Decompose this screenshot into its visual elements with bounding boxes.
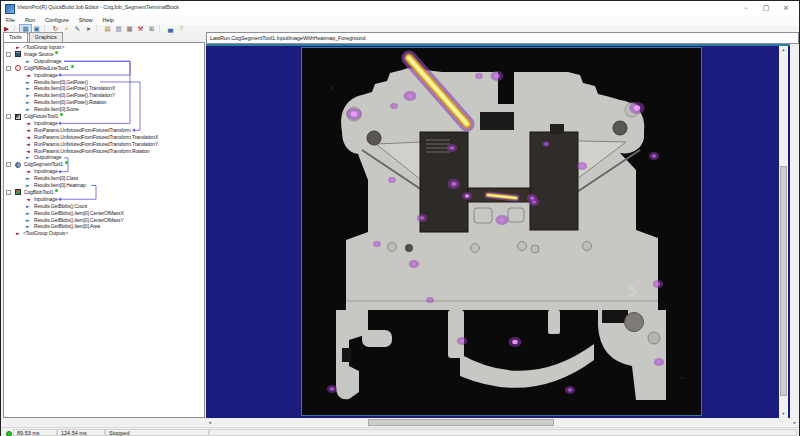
part-marking: 5: [628, 283, 636, 299]
image-source-icon: [15, 51, 21, 57]
expander-icon[interactable]: -: [6, 162, 11, 167]
window-title: VisionPro(R) QuickBuild Job Editor - Cog…: [17, 4, 179, 10]
expander-icon[interactable]: -: [6, 190, 11, 195]
pointer-icon[interactable]: ➤: [83, 25, 94, 33]
menu-help[interactable]: Help: [98, 17, 119, 23]
app-icon: [5, 4, 15, 14]
viewer-hscrollbar[interactable]: ◂ ▸: [206, 418, 799, 427]
close-button[interactable]: ×: [777, 2, 795, 14]
tool-window-icon[interactable]: ▦: [124, 25, 135, 33]
menu-show[interactable]: Show: [74, 17, 98, 23]
record-selector-combobox[interactable]: LastRun.CogSegmentTool1.InputImageWithHe…: [206, 32, 799, 44]
hscroll-right-icon[interactable]: ▸: [791, 418, 799, 427]
tool-status-dot-icon: [55, 51, 58, 54]
left-panel-tabs: ToolsGraphics: [3, 32, 64, 42]
help-icon[interactable]: ?: [176, 25, 187, 33]
table-icon[interactable]: ⊞: [146, 25, 157, 33]
title-bar[interactable]: VisionPro(R) QuickBuild Job Editor - Cog…: [1, 1, 799, 16]
inspection-image[interactable]: 5: [301, 47, 702, 416]
pmalign-icon: [15, 65, 21, 71]
fixture-icon: [15, 114, 21, 120]
job-tools-icon[interactable]: ⚒: [135, 25, 146, 33]
status-run-time: 89.53 ms: [13, 429, 57, 436]
minimize-button[interactable]: –: [737, 2, 755, 14]
tool-status-dot-icon: [71, 65, 74, 68]
tool-tree-panel[interactable]: ►<ToolGroup Inputs>-Image Source►OutputI…: [3, 42, 205, 418]
status-empty-panel: [209, 429, 797, 436]
hscroll-left-icon[interactable]: ◂: [206, 418, 214, 427]
expander-icon[interactable]: -: [6, 66, 11, 71]
tool-status-dot-icon: [55, 189, 58, 192]
brush-icon[interactable]: ✎: [72, 25, 83, 33]
tab-tools[interactable]: Tools: [3, 32, 28, 42]
status-total-time: 124.54 ms: [57, 429, 105, 436]
vscroll-down-icon[interactable]: ▾: [779, 410, 788, 418]
menu-run[interactable]: Run: [20, 17, 40, 23]
blob-icon: [15, 189, 21, 195]
segment-icon: [15, 162, 21, 168]
menu-configure[interactable]: Configure: [40, 17, 74, 23]
expander-icon[interactable]: -: [6, 114, 11, 119]
vscroll-thumb[interactable]: [780, 166, 787, 396]
image-display-viewport[interactable]: 5 ▴ ▾: [206, 44, 790, 418]
vscroll-up-icon[interactable]: ▴: [779, 46, 788, 54]
tool-status-dot-icon: [60, 113, 63, 116]
viewer-vscrollbar[interactable]: ▴ ▾: [779, 46, 788, 418]
status-bar: 89.53 ms 124.54 ms Stopped: [1, 427, 799, 436]
status-state: Stopped: [105, 429, 209, 436]
tree-row-toolgroup-outputs[interactable]: ►<ToolGroup Outputs>: [4, 230, 205, 237]
tool-status-dot-icon: [65, 161, 68, 164]
hscroll-thumb[interactable]: [368, 419, 554, 426]
maximize-button[interactable]: ▢: [757, 2, 775, 14]
tree-label: <ToolGroup Outputs>: [23, 230, 68, 237]
expander-icon[interactable]: -: [6, 52, 11, 57]
menu-file[interactable]: File: [1, 17, 20, 23]
status-green-dot-icon: [6, 431, 12, 436]
show-grid-icon[interactable]: ▥: [113, 25, 124, 33]
stats-icon[interactable]: ▄: [165, 25, 176, 33]
new-window-icon[interactable]: ▤: [102, 25, 113, 33]
app-window: VisionPro(R) QuickBuild Job Editor - Cog…: [0, 0, 800, 436]
tab-graphics[interactable]: Graphics: [29, 32, 63, 42]
group-arrow-icon: ►: [16, 230, 20, 237]
